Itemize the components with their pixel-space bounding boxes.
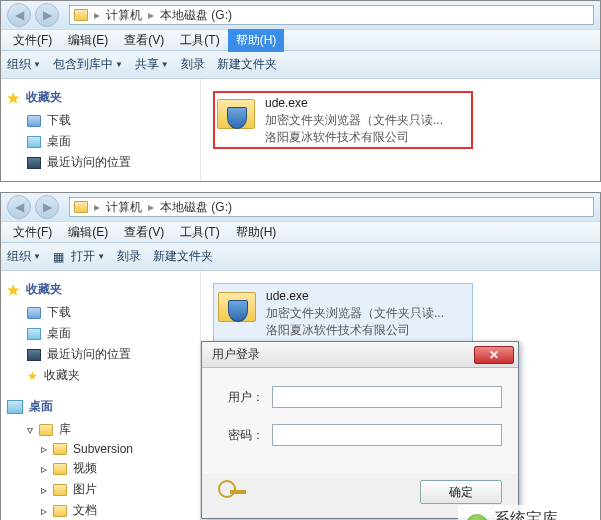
breadcrumb-drive[interactable]: 本地磁盘 (G:): [160, 199, 232, 216]
expand-icon[interactable]: ▿: [27, 423, 33, 437]
new-folder-button[interactable]: 新建文件夹: [217, 56, 277, 73]
library-icon: [39, 424, 53, 436]
menu-help[interactable]: 帮助(H): [228, 221, 285, 244]
dialog-title: 用户登录: [212, 346, 260, 363]
menu-view[interactable]: 查看(V): [116, 221, 172, 244]
sidebar-favorites-header[interactable]: ★收藏夹: [7, 281, 194, 298]
explorer-window-top: ◀ ▶ ▸ 计算机 ▸ 本地磁盘 (G:) 文件(F) 编辑(E) 查看(V) …: [0, 0, 601, 182]
star-icon: ★: [7, 282, 20, 298]
sidebar: ★收藏夹 下载 桌面 最近访问的位置 ★收藏夹 桌面 ▿库 ▹Subversio…: [1, 271, 201, 520]
shield-icon: [227, 107, 247, 129]
menu-help[interactable]: 帮助(H): [228, 29, 285, 52]
breadcrumb-computer[interactable]: 计算机: [106, 199, 142, 216]
menu-tools[interactable]: 工具(T): [172, 221, 227, 244]
file-icon: [218, 288, 258, 328]
explorer-window-bottom: ◀ ▶ ▸ 计算机 ▸ 本地磁盘 (G:) 文件(F) 编辑(E) 查看(V) …: [0, 192, 601, 520]
sidebar-item-recent[interactable]: 最近访问的位置: [7, 344, 194, 365]
password-input[interactable]: [272, 424, 502, 446]
content-area: ★收藏夹 下载 桌面 最近访问的位置 ude.exe 加密文件夹浏览器（文件夹只…: [1, 79, 600, 181]
menu-edit[interactable]: 编辑(E): [60, 29, 116, 52]
expand-icon[interactable]: ▹: [41, 504, 47, 518]
keys-icon: [218, 478, 250, 506]
breadcrumb-drive[interactable]: 本地磁盘 (G:): [160, 7, 232, 24]
sidebar-desktop-header[interactable]: 桌面: [7, 398, 194, 415]
file-company: 洛阳夏冰软件技术有限公司: [265, 129, 443, 146]
password-label: 密码：: [218, 427, 264, 444]
menu-file[interactable]: 文件(F): [5, 29, 60, 52]
nav-forward-button[interactable]: ▶: [35, 3, 59, 27]
expand-icon[interactable]: ▹: [41, 462, 47, 476]
sidebar-item-library[interactable]: ▿库: [7, 419, 194, 440]
address-bar[interactable]: ▸ 计算机 ▸ 本地磁盘 (G:): [69, 5, 594, 25]
watermark: 系统宝库 www.xitongbaoku.com: [458, 505, 592, 520]
file-icon: [217, 95, 257, 135]
nav-forward-button[interactable]: ▶: [35, 195, 59, 219]
nav-back-button[interactable]: ◀: [7, 195, 31, 219]
file-name: ude.exe: [265, 95, 443, 112]
file-pane[interactable]: ude.exe 加密文件夹浏览器（文件夹只读... 洛阳夏冰软件技术有限公司: [201, 79, 600, 181]
sidebar-item-downloads[interactable]: 下载: [7, 110, 194, 131]
star-icon: ★: [27, 369, 38, 383]
expand-icon[interactable]: ▹: [41, 442, 47, 456]
leaf-icon: [462, 509, 493, 520]
toolbar: 组织▼ ▦ 打开▼ 刻录 新建文件夹: [1, 243, 600, 271]
sidebar-item-video[interactable]: ▹视频: [7, 458, 194, 479]
organize-button[interactable]: 组织▼: [7, 56, 41, 73]
close-button[interactable]: ✕: [474, 346, 514, 364]
menu-view[interactable]: 查看(V): [116, 29, 172, 52]
titlebar: ◀ ▶ ▸ 计算机 ▸ 本地磁盘 (G:): [1, 193, 600, 221]
file-meta: ude.exe 加密文件夹浏览器（文件夹只读... 洛阳夏冰软件技术有限公司: [265, 95, 443, 145]
expand-icon[interactable]: ▹: [41, 483, 47, 497]
sidebar-favorites-header[interactable]: ★收藏夹: [7, 89, 194, 106]
file-desc: 加密文件夹浏览器（文件夹只读...: [265, 112, 443, 129]
burn-button[interactable]: 刻录: [181, 56, 205, 73]
titlebar: ◀ ▶ ▸ 计算机 ▸ 本地磁盘 (G:): [1, 1, 600, 29]
share-button[interactable]: 共享▼: [135, 56, 169, 73]
organize-button[interactable]: 组织▼: [7, 248, 41, 265]
user-input[interactable]: [272, 386, 502, 408]
sidebar-item-pictures[interactable]: ▹图片: [7, 479, 194, 500]
dialog-titlebar[interactable]: 用户登录 ✕: [202, 342, 518, 368]
ok-button[interactable]: 确定: [420, 480, 502, 504]
open-button[interactable]: ▦ 打开▼: [53, 248, 105, 265]
burn-button[interactable]: 刻录: [117, 248, 141, 265]
recent-icon: [27, 157, 41, 169]
desktop-icon: [27, 136, 41, 148]
address-bar[interactable]: ▸ 计算机 ▸ 本地磁盘 (G:): [69, 197, 594, 217]
sidebar-item-favorites2[interactable]: ★收藏夹: [7, 365, 194, 386]
include-in-library-button[interactable]: 包含到库中▼: [53, 56, 123, 73]
sidebar: ★收藏夹 下载 桌面 最近访问的位置: [1, 79, 201, 181]
file-item-ude[interactable]: ude.exe 加密文件夹浏览器（文件夹只读... 洛阳夏冰软件技术有限公司: [213, 283, 473, 343]
file-item-ude[interactable]: ude.exe 加密文件夹浏览器（文件夹只读... 洛阳夏冰软件技术有限公司: [213, 91, 473, 149]
login-dialog: 用户登录 ✕ 用户： 密码： 确定: [201, 341, 519, 519]
file-meta: ude.exe 加密文件夹浏览器（文件夹只读... 洛阳夏冰软件技术有限公司: [266, 288, 444, 338]
sidebar-item-recent[interactable]: 最近访问的位置: [7, 152, 194, 173]
file-desc: 加密文件夹浏览器（文件夹只读...: [266, 305, 444, 322]
nav-back-button[interactable]: ◀: [7, 3, 31, 27]
watermark-text: 系统宝库: [494, 510, 558, 520]
menu-tools[interactable]: 工具(T): [172, 29, 227, 52]
file-pane[interactable]: ude.exe 加密文件夹浏览器（文件夹只读... 洛阳夏冰软件技术有限公司 用…: [201, 271, 600, 520]
separator-icon: ▸: [94, 200, 100, 214]
menu-file[interactable]: 文件(F): [5, 221, 60, 244]
separator-icon: ▸: [94, 8, 100, 22]
drive-icon: [74, 201, 88, 213]
shield-icon: [228, 300, 248, 322]
dialog-body: 用户： 密码：: [202, 368, 518, 474]
separator-icon: ▸: [148, 200, 154, 214]
breadcrumb-computer[interactable]: 计算机: [106, 7, 142, 24]
folder-icon: [53, 443, 67, 455]
new-folder-button[interactable]: 新建文件夹: [153, 248, 213, 265]
drive-icon: [74, 9, 88, 21]
folder-icon: [53, 484, 67, 496]
sidebar-item-downloads[interactable]: 下载: [7, 302, 194, 323]
downloads-icon: [27, 307, 41, 319]
toolbar: 组织▼ 包含到库中▼ 共享▼ 刻录 新建文件夹: [1, 51, 600, 79]
sidebar-item-desktop[interactable]: 桌面: [7, 131, 194, 152]
sidebar-item-desktop[interactable]: 桌面: [7, 323, 194, 344]
menu-edit[interactable]: 编辑(E): [60, 221, 116, 244]
menubar: 文件(F) 编辑(E) 查看(V) 工具(T) 帮助(H): [1, 221, 600, 243]
sidebar-item-subversion[interactable]: ▹Subversion: [7, 440, 194, 458]
star-icon: ★: [7, 90, 20, 106]
sidebar-item-documents[interactable]: ▹文档: [7, 500, 194, 520]
